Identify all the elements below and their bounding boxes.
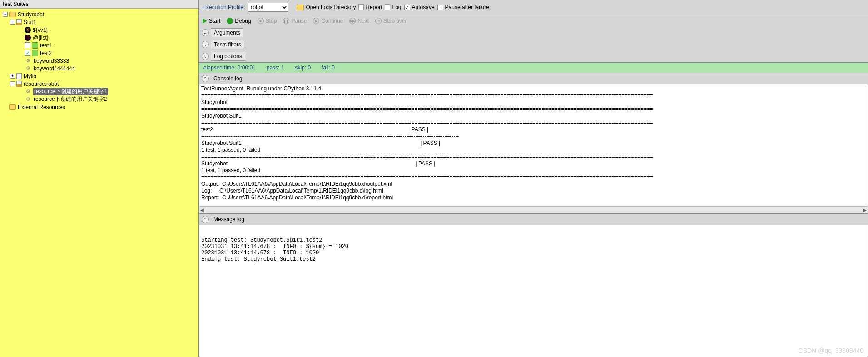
tree-resource-kw2[interactable]: ⚙ resource下创建的用户关键字2 [1,95,198,103]
debug-button[interactable]: Debug [227,18,251,24]
test-suites-title: Test Suites [2,1,29,7]
console-log-section: ⌃ Console log [199,73,868,84]
expand-log-options-toggle[interactable]: ⌄ [202,53,209,60]
robot-file-icon [16,19,22,25]
tests-filters-section: ⌄ Tests filters [199,39,868,50]
watermark: CSDN @qq_33808440 [799,347,863,354]
log-options-label[interactable]: Log options [211,52,245,61]
console-output[interactable]: TestRunnerAgent: Running under CPython 3… [199,84,868,214]
skip-count: skip: 0 [295,64,311,71]
log-options-section: ⌄ Log options [199,50,868,62]
elapsed-time: elapsed time: 0:00:01 [203,64,256,71]
log-button[interactable]: Log [385,4,401,10]
console-log-label: Console log [211,74,245,83]
message-log-section: ⌃ Message log [199,214,868,225]
fail-count: fail: 0 [322,64,335,71]
execution-panel: Execution Profile: robot Open Logs Direc… [199,0,868,357]
expand-icon[interactable]: + [10,74,15,79]
continue-icon: ▶ [313,18,319,24]
gear-icon: ⚙ [25,65,32,72]
pass-count: pass: 1 [267,64,284,71]
folder-icon [297,5,304,10]
collapse-icon[interactable]: − [3,12,8,17]
continue-button: ▶ Continue [313,18,343,24]
next-button: ▶▶ Next [349,18,369,24]
tree-resource-kw1[interactable]: ⚙ resource下创建的用户关键字1 [1,88,198,95]
tree-test1[interactable]: test1 [1,41,198,49]
test-suites-panel: Test Suites − Studyrobot − Suit1 $ ${vv1… [0,0,199,357]
scroll-left-icon[interactable]: ◀ [200,208,204,213]
pause-icon: ❚❚ [283,18,289,24]
collapse-icon[interactable]: − [10,20,15,25]
scalar-var-icon: $ [25,27,31,33]
collapse-icon[interactable]: − [10,81,15,86]
autosave-checkbox[interactable] [404,5,410,10]
tree-resource-robot[interactable]: − resource.robot [1,80,198,88]
console-scrollbar[interactable]: ◀ ▶ [199,206,868,213]
tree-suit1[interactable]: − Suit1 [1,18,198,26]
arguments-label[interactable]: Arguments [211,28,243,37]
tree-test2[interactable]: test2 [1,49,198,57]
test-suites-header: Test Suites [0,0,198,9]
run-toolbar: Start Debug ■ Stop ❚❚ Pause ▶ Continue ▶… [199,15,868,27]
gear-icon: ⚙ [25,96,32,103]
page-icon [358,4,364,10]
bug-icon [227,18,233,24]
stop-icon: ■ [258,18,264,24]
tree-keyword33333[interactable]: ⚙ keyword33333 [1,57,198,64]
execution-toolbar: Execution Profile: robot Open Logs Direc… [199,0,868,15]
execution-profile-select[interactable]: robot [248,3,288,12]
robot-file-icon [16,81,22,87]
stepover-button: ↷ Step over [375,18,407,24]
folder-icon [9,12,16,17]
open-logs-button[interactable]: Open Logs Directory [297,4,356,10]
start-button[interactable]: Start [203,18,220,24]
execution-profile-label: Execution Profile: [203,4,245,10]
test-icon [32,42,38,49]
expand-arguments-toggle[interactable]: ⌄ [202,29,209,36]
tree-external-resources[interactable]: External Resources [1,103,198,111]
test2-checkbox[interactable] [25,50,30,56]
list-var-icon: @ [25,35,31,41]
tree-var-list[interactable]: @ @{list} [1,34,198,41]
pause-after-failure-group[interactable]: Pause after failure [437,4,489,10]
tests-filters-label[interactable]: Tests filters [211,40,244,49]
page-icon [385,4,390,10]
pause-button: ❚❚ Pause [283,18,307,24]
file-icon [16,73,22,79]
test1-checkbox[interactable] [25,42,30,48]
stop-button: ■ Stop [258,18,277,24]
pause-after-failure-checkbox[interactable] [437,5,443,10]
expand-tests-filters-toggle[interactable]: ⌄ [202,41,209,48]
tree-root-studyrobot[interactable]: − Studyrobot [1,10,198,18]
collapse-console-toggle[interactable]: ⌃ [202,75,209,82]
message-log-label: Message log [211,215,247,223]
tree-mylib[interactable]: + Mylib [1,72,198,80]
autosave-checkbox-group[interactable]: Autosave [404,4,435,10]
arguments-section: ⌄ Arguments [199,27,868,39]
test-icon [32,50,38,56]
collapse-message-toggle[interactable]: ⌃ [202,216,209,223]
next-icon: ▶▶ [349,18,356,24]
tree-var-vv1[interactable]: $ ${vv1} [1,26,198,34]
stepover-icon: ↷ [375,18,382,24]
test-tree[interactable]: − Studyrobot − Suit1 $ ${vv1} @ @{list} [0,9,198,357]
folder-icon [9,104,16,110]
report-button[interactable]: Report [358,4,382,10]
play-icon [203,18,207,24]
gear-icon: ⚙ [25,57,32,64]
gear-icon: ⚙ [25,88,32,95]
message-output[interactable]: Starting test: Studyrobot.Suit1.test2 20… [199,225,868,357]
status-bar: elapsed time: 0:00:01 pass: 1 skip: 0 fa… [199,62,868,73]
tree-keyword4444444[interactable]: ⚙ keyword4444444 [1,64,198,72]
scroll-right-icon[interactable]: ▶ [863,208,867,213]
